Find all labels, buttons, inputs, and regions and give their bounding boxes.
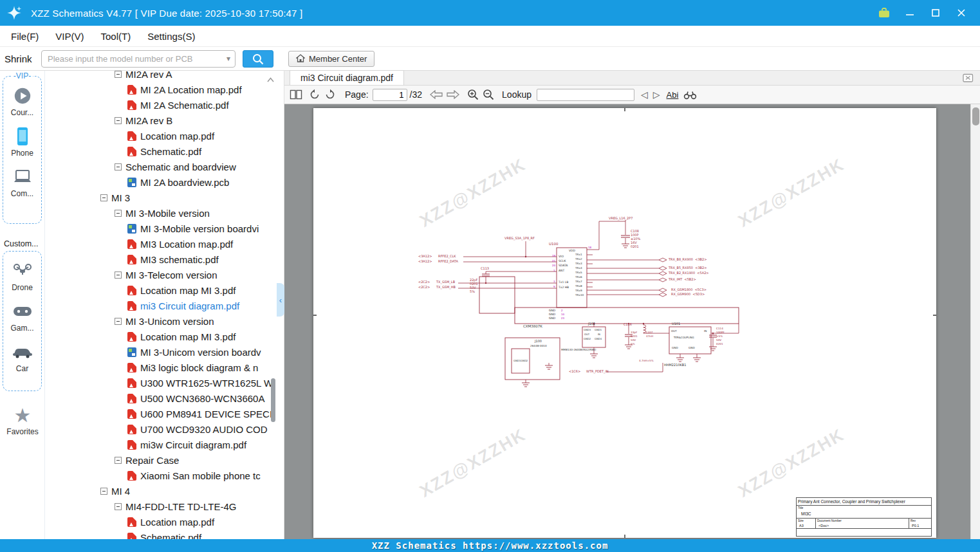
tree-item[interactable]: mi3w Circuit diagram.pdf [45, 437, 270, 452]
collapse-icon[interactable] [115, 271, 122, 279]
tree-item[interactable]: Schematic and boardview [45, 159, 270, 174]
tree-item[interactable]: U700 WCD9320 AUDIO COD [45, 421, 270, 437]
collapse-icon[interactable] [100, 194, 107, 201]
tree-item[interactable]: MI 4 [45, 483, 270, 499]
next-page-button[interactable] [447, 90, 459, 99]
schematic-label: <1C6> [569, 370, 580, 373]
panel-splitter[interactable]: ‹ [277, 71, 284, 539]
tree-item[interactable]: MI2A rev B [45, 113, 270, 128]
tree-item[interactable]: MI 3-Unicom version boardv [45, 344, 270, 360]
collapse-icon[interactable] [115, 457, 122, 464]
schematic-label: VREG_S3A_1P8_RF [504, 237, 535, 240]
tree-item[interactable]: Repair Case [45, 452, 270, 468]
zoom-in-button[interactable] [467, 89, 479, 100]
pdf-file-icon [127, 286, 136, 295]
schematic-label: IN [704, 330, 707, 333]
pdf-viewport[interactable]: Primary Ant Connector, Coupler and Prima… [284, 104, 980, 539]
tree-item[interactable]: Location map MI 3.pdf [45, 329, 270, 344]
pdf-file-icon [127, 85, 136, 95]
previous-page-button[interactable] [430, 90, 443, 99]
tree-item[interactable]: Schematic.pdf [45, 143, 270, 159]
close-tab-icon[interactable] [963, 73, 974, 86]
file-tree-panel[interactable]: MI2A rev AMI 2A Location map.pdfMI 2A Sc… [45, 71, 277, 539]
schematic-label: Tx2 HB [559, 286, 569, 290]
tree-item[interactable]: MI3 Location map.pdf [45, 236, 270, 252]
collapse-icon[interactable] [115, 163, 122, 170]
tree-item[interactable]: MI 3-Mobile version boardvi [45, 221, 270, 236]
rotate-right-icon[interactable] [324, 89, 336, 100]
two-page-view-icon[interactable] [290, 89, 302, 100]
tree-item[interactable]: MI 3-Mobile version [45, 205, 270, 221]
sidebar-item-course[interactable]: Cour... [3, 86, 41, 117]
file-tree: MI2A rev AMI 2A Location map.pdfMI 2A Sc… [45, 71, 270, 539]
tree-item[interactable]: Location map.pdf [45, 514, 270, 529]
document-tab[interactable]: mi3 Circuit diagram.pdf [290, 70, 404, 85]
tree-item[interactable]: MI 3-Unicom version [45, 313, 270, 329]
tree-item[interactable]: mi3 Circuit diagram.pdf [45, 298, 270, 313]
lookup-input[interactable] [537, 89, 634, 101]
tree-item[interactable]: U300 WTR1625-WTR1625L W [45, 375, 270, 391]
tree-item[interactable]: MI3 schematic.pdf [45, 252, 270, 267]
vip-briefcase-icon[interactable] [874, 5, 894, 21]
sidebar-item-car[interactable]: Car [3, 342, 41, 373]
tree-item[interactable]: MI4-FDD-LTE TD-LTE-4G [45, 499, 270, 514]
schematic-label: 0201 [631, 335, 638, 338]
sidebar-item-phone[interactable]: Phone [3, 126, 41, 158]
collapse-icon[interactable] [115, 318, 122, 325]
tree-item[interactable]: U500 WCN3680-WCN3660A [45, 391, 270, 406]
custom-group-label[interactable]: Custom... [4, 239, 39, 248]
shrink-button[interactable]: Shrink [5, 53, 32, 64]
collapse-icon[interactable] [115, 117, 122, 124]
favorites-label: Favorites [6, 427, 38, 436]
tree-item-label: MI 3-Mobile version [125, 208, 210, 219]
menu-vip[interactable]: VIP(V) [47, 26, 92, 47]
chevron-down-icon[interactable]: ▾ [227, 54, 230, 63]
menu-file[interactable]: File(F) [3, 26, 47, 47]
close-button[interactable] [952, 5, 971, 21]
menu-settings[interactable]: Settings(S) [139, 26, 203, 47]
schematic-label: GND2 [584, 338, 591, 340]
app-logo-icon [5, 4, 23, 22]
maximize-button[interactable] [926, 5, 945, 21]
model-search-input[interactable] [42, 54, 235, 64]
collapse-icon[interactable] [115, 71, 122, 78]
binoculars-search-icon[interactable] [683, 90, 697, 100]
menu-tool[interactable]: Tool(T) [93, 26, 140, 47]
collapse-icon[interactable] [115, 503, 122, 510]
pdf-scrollbar[interactable] [970, 104, 980, 539]
find-previous-button[interactable]: ◁ [641, 89, 648, 100]
minimize-button[interactable] [900, 5, 920, 21]
tree-item[interactable]: MI 2A Schematic.pdf [45, 97, 270, 113]
tree-scroll-up-button[interactable] [267, 73, 274, 85]
tree-item[interactable]: MI 3-Telecom version [45, 267, 270, 282]
tree-item[interactable]: U600 PM8941 DEVICE SPECI [45, 406, 270, 421]
vip-items: Cour...PhoneCom... [3, 86, 41, 198]
sidebar-item-favorites[interactable]: ★ Favorites [0, 405, 45, 436]
tree-item[interactable]: MI 2A boardview.pcb [45, 174, 270, 190]
pdf-scrollbar-thumb[interactable] [972, 107, 979, 125]
tree-item[interactable]: MI 2A Location map.pdf [45, 82, 270, 97]
collapse-icon[interactable] [100, 488, 107, 495]
rotate-left-icon[interactable] [309, 89, 320, 100]
tree-item[interactable]: Mi3 logic block diagram & n [45, 360, 270, 375]
model-search-combo[interactable]: ▾ [41, 50, 236, 68]
member-center-button[interactable]: Member Center [288, 51, 374, 67]
search-button[interactable] [243, 50, 273, 68]
tree-item[interactable]: Xiaomi San mobile phone tc [45, 468, 270, 483]
tree-item[interactable]: Location map.pdf [45, 128, 270, 143]
collapse-icon[interactable] [115, 210, 122, 217]
sidebar-item-game[interactable]: Gam... [3, 301, 41, 333]
page-number-input[interactable] [373, 89, 407, 101]
tree-item[interactable]: Schematic.pdf [45, 529, 270, 539]
tree-item[interactable]: MI 3 [45, 190, 270, 205]
tree-scrollbar-thumb[interactable] [271, 378, 275, 422]
tree-item[interactable]: Location map MI 3.pdf [45, 282, 270, 298]
match-case-toggle[interactable]: Abi [667, 90, 679, 100]
zoom-out-button[interactable] [483, 89, 494, 100]
collapse-panel-button[interactable]: ‹ [277, 283, 284, 317]
sidebar-item-computer[interactable]: Com... [3, 167, 41, 198]
find-next-button[interactable]: ▷ [653, 89, 660, 100]
sidebar-item-drone[interactable]: Drone [3, 261, 41, 292]
tree-item[interactable]: MI2A rev A [45, 71, 270, 82]
schematic-label: TRx3 [575, 262, 582, 265]
